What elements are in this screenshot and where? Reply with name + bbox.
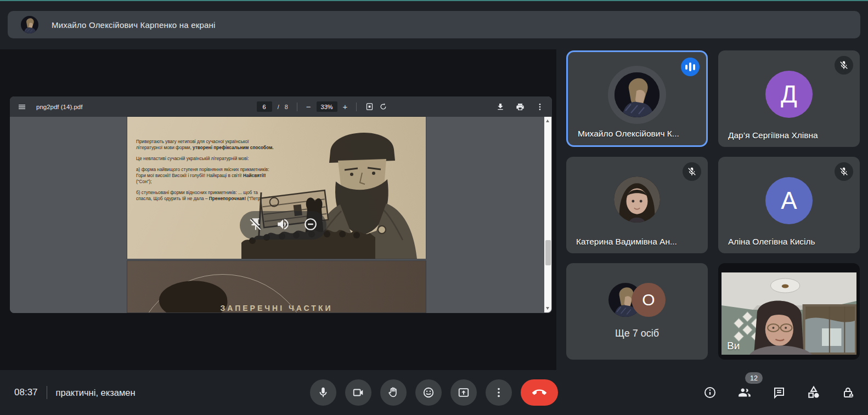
fit-page-icon[interactable]: [365, 103, 374, 111]
pdf-canvas[interactable]: Привертають увагу нетипові для сучасної …: [10, 117, 552, 313]
participant-avatar: Д: [765, 71, 813, 118]
presenter-banner: Михайло Олексійович Карпенко на екрані: [8, 11, 860, 38]
participant-tile-daria[interactable]: Д Дар’я Сергіївна Хлівна: [718, 50, 860, 147]
end-call-button[interactable]: [521, 379, 558, 406]
people-button[interactable]: 12: [737, 385, 752, 400]
mic-off-icon: [835, 162, 853, 181]
participant-avatar: [614, 177, 660, 223]
toolbar-divider: [297, 103, 297, 111]
pdf-scrollbar[interactable]: [544, 117, 551, 312]
page-number-input[interactable]: 6: [257, 101, 272, 112]
hamburger-menu-icon[interactable]: [18, 103, 26, 111]
pdf-toolbar: png2pdf (14).pdf 6 / 8 − 33% +: [10, 96, 552, 117]
overflow-count-label: Ще 7 осіб: [566, 328, 708, 339]
pdf-filename: png2pdf (14).pdf: [36, 104, 82, 110]
reactions-button[interactable]: [415, 379, 442, 406]
zoom-level-input[interactable]: 33%: [317, 101, 337, 112]
divider: [47, 386, 47, 399]
unpin-icon[interactable]: [249, 217, 263, 234]
participant-tile-kateryna[interactable]: Катерина Вадимівна Ан...: [566, 157, 708, 253]
info-button[interactable]: [703, 386, 717, 399]
participant-name: Аліна Олегівна Кисіль: [728, 237, 815, 247]
presenter-avatar: [21, 16, 38, 33]
scroll-down-icon[interactable]: [546, 307, 549, 310]
participant-name: Катерина Вадимівна Ан...: [576, 237, 677, 247]
remove-participant-icon[interactable]: [303, 217, 318, 234]
participant-name: Дар’я Сергіївна Хлівна: [728, 130, 818, 140]
tile-hover-controls: [240, 211, 326, 240]
activities-button[interactable]: [807, 385, 821, 400]
participant-name: Михайло Олексійович К...: [578, 129, 679, 139]
chat-button[interactable]: [773, 386, 786, 399]
call-controls: [310, 379, 558, 406]
zoom-in-icon[interactable]: +: [343, 102, 348, 111]
self-view-tile[interactable]: Ви: [718, 263, 860, 360]
bottom-bar: 08:37 практичні, екзамен: [0, 370, 868, 415]
participant-tile-mykhailo[interactable]: Михайло Олексійович К...: [566, 50, 708, 147]
panel-actions: 12: [703, 385, 855, 400]
meeting-name: практичні, екзамен: [56, 388, 136, 398]
toolbar-divider: [356, 103, 357, 111]
meeting-info: 08:37 практичні, екзамен: [14, 386, 136, 399]
mic-off-icon: [683, 162, 701, 181]
meet-window: Михайло Олексійович Карпенко на екрані p…: [0, 0, 868, 415]
participant-tile-alina[interactable]: А Аліна Олегівна Кисіль: [718, 157, 860, 253]
window-accent-line: [0, 0, 868, 1]
zoom-out-icon[interactable]: −: [306, 102, 311, 111]
presenter-banner-label: Михайло Олексійович Карпенко на екрані: [52, 20, 216, 30]
page-separator: /: [278, 104, 279, 110]
next-page-title: ЗАПЕРЕЧНІ ЧАСТКИ: [127, 304, 426, 312]
clock: 08:37: [14, 387, 38, 398]
participant-avatar: [615, 72, 660, 117]
overflow-participants-tile[interactable]: О Ще 7 осіб: [566, 263, 708, 360]
rotate-icon[interactable]: [379, 103, 387, 111]
more-vert-icon[interactable]: [536, 103, 544, 111]
pdf-viewer: png2pdf (14).pdf 6 / 8 − 33% +: [10, 96, 552, 313]
download-icon[interactable]: [496, 103, 505, 111]
mic-button[interactable]: [310, 379, 336, 406]
host-controls-button[interactable]: [842, 386, 855, 399]
scroll-up-icon[interactable]: [546, 120, 549, 122]
mic-off-icon: [835, 56, 853, 75]
more-options-button[interactable]: [486, 379, 512, 406]
present-screen-button[interactable]: [450, 379, 477, 406]
self-video: [722, 272, 856, 355]
participant-avatar: А: [765, 177, 813, 224]
volume-icon[interactable]: [276, 217, 290, 234]
raise-hand-button[interactable]: [380, 379, 407, 406]
participant-count-badge: 12: [745, 372, 763, 384]
scrollbar-thumb[interactable]: [545, 240, 551, 265]
page-total: 8: [285, 104, 288, 110]
pdf-page-7: ЗАПЕРЕЧНІ ЧАСТКИ: [127, 261, 426, 312]
speaking-indicator-icon: [681, 58, 700, 76]
overflow-avatar-letter: О: [632, 283, 666, 317]
print-icon[interactable]: [516, 103, 525, 111]
camera-button[interactable]: [345, 379, 371, 406]
self-label: Ви: [727, 340, 740, 352]
